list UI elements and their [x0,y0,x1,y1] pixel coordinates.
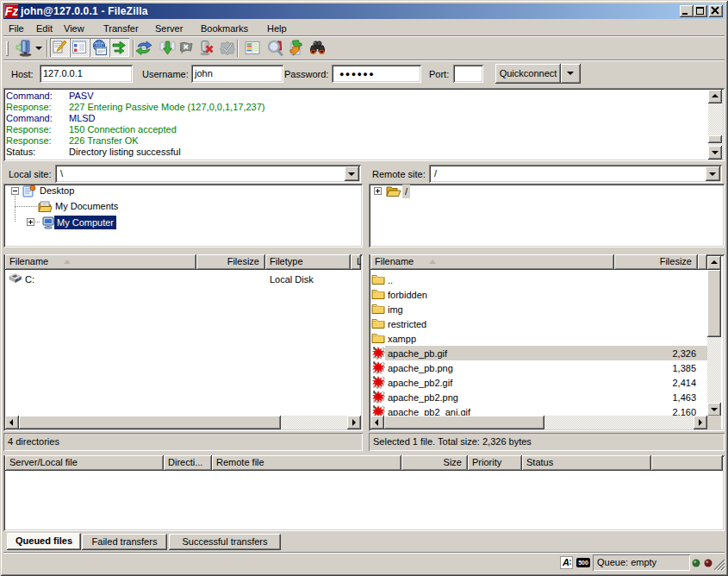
svg-text:Fz: Fz [5,4,18,18]
